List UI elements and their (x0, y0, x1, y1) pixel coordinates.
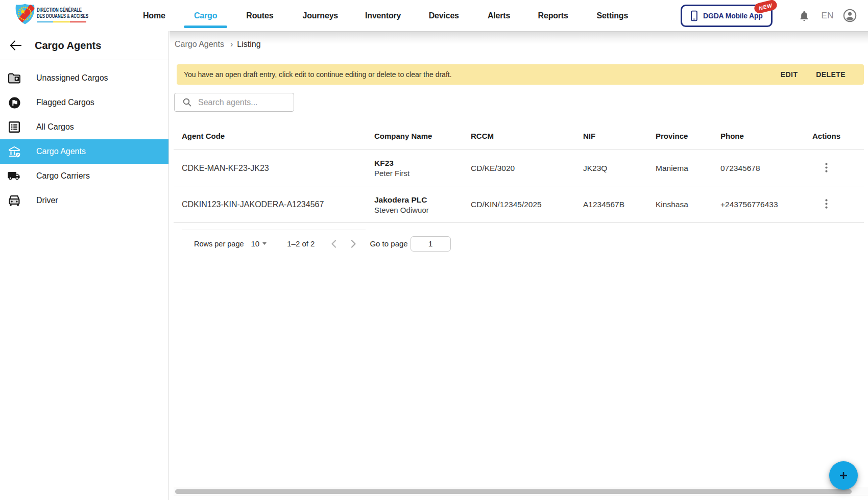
nav-item-alerts[interactable]: Alerts (488, 0, 510, 31)
plus-icon (840, 472, 847, 479)
row-actions-menu-icon[interactable] (822, 160, 831, 177)
cell-nif: JK23Q (575, 149, 647, 187)
next-page-icon[interactable] (348, 237, 359, 251)
column-header-phone: Phone (712, 122, 789, 149)
column-header-province: Province (647, 122, 712, 149)
sidebar-item-all-cargos[interactable]: All Cargos (0, 115, 168, 139)
table-header-row: Agent Code Company Name RCCM NIF Provinc… (174, 122, 864, 149)
nav-item-inventory[interactable]: Inventory (365, 0, 401, 31)
company-name: Jakodera PLC (374, 194, 463, 205)
nav-item-routes[interactable]: Routes (246, 0, 273, 31)
search-input[interactable] (198, 98, 288, 107)
row-actions-menu-icon[interactable] (822, 196, 831, 213)
go-to-page-input[interactable] (411, 236, 451, 252)
list-box-icon (8, 121, 21, 133)
top-navigation-bar: DIRECTION GÉNÉRALE DES DOUANES & ACCISES… (0, 0, 868, 31)
nav-item-journeys[interactable]: Journeys (303, 0, 339, 31)
column-header-nif: NIF (575, 122, 647, 149)
cell-nif: A1234567B (575, 187, 647, 222)
horizontal-scrollbar-track[interactable] (174, 487, 868, 495)
language-selector[interactable]: EN (821, 11, 834, 21)
rows-per-page-label: Rows per page (194, 240, 244, 248)
add-agent-fab[interactable] (829, 461, 858, 490)
sidebar-item-cargo-agents[interactable]: Cargo Agents (0, 139, 168, 164)
cell-agent-code: CDKE-MAN-KF23-JK23 (174, 149, 366, 187)
sidebar-item-label: Driver (36, 196, 58, 205)
cell-phone: 072345678 (712, 149, 789, 187)
cell-company: Jakodera PLC Steven Odiwuor (366, 187, 463, 222)
cell-actions (789, 149, 864, 187)
rows-per-page-select[interactable]: 10 (251, 239, 267, 248)
pagination-range: 1–2 of 2 (287, 239, 315, 248)
smartphone-icon (691, 10, 697, 21)
caret-down-icon (262, 242, 267, 245)
account-avatar-icon[interactable] (843, 9, 857, 22)
sidebar-item-driver[interactable]: Driver (0, 188, 168, 213)
pagination-bar: Rows per page 10 1–2 of 2 Go to page (174, 230, 864, 258)
nav-item-home[interactable]: Home (143, 0, 165, 31)
draft-warning-banner: You have an open draft entry, click edit… (177, 64, 864, 85)
sidebar-item-label: Flagged Cargos (36, 98, 94, 107)
draft-warning-message: You have an open draft entry, click edit… (184, 70, 452, 79)
edit-draft-button[interactable]: EDIT (778, 68, 801, 81)
sidebar-item-flagged-cargos[interactable]: Flagged Cargos (0, 90, 168, 115)
previous-page-icon[interactable] (328, 237, 340, 251)
breadcrumb-current: Listing (237, 40, 260, 49)
cell-rccm: CD/KIN/12345/2025 (463, 187, 575, 222)
search-icon (183, 98, 191, 107)
table-row[interactable]: CDKE-MAN-KF23-JK23 KF23 Peter First CD/K… (174, 149, 864, 187)
nav-item-reports[interactable]: Reports (538, 0, 568, 31)
dgda-mobile-app-button[interactable]: DGDA Mobile App NEW (681, 5, 773, 27)
topbar-right-controls: DGDA Mobile App NEW EN (681, 0, 857, 31)
cell-province: Maniema (647, 149, 712, 187)
flag-circle-icon (8, 96, 21, 109)
main-content: Cargo Agents › Listing You have an open … (170, 31, 868, 500)
contact-person: Peter First (374, 168, 463, 179)
car-icon (8, 195, 21, 206)
cell-province: Kinshasa (647, 187, 712, 222)
table-row[interactable]: CDKIN123-KIN-JAKODERA-A1234567 Jakodera … (174, 187, 864, 222)
sidebar-item-label: Cargo Agents (36, 147, 86, 156)
folder-plus-icon (8, 73, 21, 84)
rows-per-page-value: 10 (251, 239, 260, 248)
column-header-agent-code: Agent Code (174, 122, 366, 149)
sidebar-header: Cargo Agents (0, 31, 168, 60)
agents-table: Agent Code Company Name RCCM NIF Provinc… (174, 122, 864, 223)
horizontal-scrollbar-thumb[interactable] (175, 489, 852, 494)
sidebar-menu: Unassigned Cargos Flagged Cargos (0, 60, 168, 213)
cell-phone: +243756776433 (712, 187, 789, 222)
nav-item-devices[interactable]: Devices (429, 0, 459, 31)
column-header-actions: Actions (789, 122, 864, 149)
sidebar-item-cargo-carriers[interactable]: Cargo Carriers (0, 164, 168, 188)
breadcrumb-separator-icon: › (230, 40, 233, 49)
go-to-page-label: Go to page (370, 239, 407, 248)
breadcrumb: Cargo Agents › Listing (174, 31, 864, 49)
company-name: KF23 (374, 158, 463, 168)
sidebar-item-label: Cargo Carriers (36, 171, 90, 181)
contact-person: Steven Odiwuor (374, 205, 463, 215)
cell-rccm: CD/KE/3020 (463, 149, 575, 187)
column-header-company-name: Company Name (366, 122, 463, 149)
notifications-bell-icon[interactable] (799, 10, 809, 22)
column-header-rccm: RCCM (463, 122, 575, 149)
nav-item-settings[interactable]: Settings (597, 0, 629, 31)
breadcrumb-section[interactable]: Cargo Agents (175, 40, 224, 49)
truck-icon (8, 171, 21, 181)
back-arrow-icon[interactable] (10, 40, 21, 51)
sidebar-item-label: Unassigned Cargos (36, 73, 108, 83)
sidebar-item-label: All Cargos (36, 122, 74, 132)
nav-item-cargo[interactable]: Cargo (194, 0, 217, 31)
sidebar: Cargo Agents Unassigned Cargos Flagged C… (0, 31, 169, 500)
delete-draft-button[interactable]: DELETE (813, 68, 849, 81)
cell-agent-code: CDKIN123-KIN-JAKODERA-A1234567 (174, 187, 366, 222)
sidebar-item-unassigned-cargos[interactable]: Unassigned Cargos (0, 66, 168, 90)
search-box (174, 93, 294, 112)
mobile-app-label: DGDA Mobile App (703, 12, 763, 20)
cell-actions (789, 187, 864, 222)
new-badge: NEW (754, 0, 778, 14)
sidebar-title: Cargo Agents (35, 40, 101, 52)
cell-company: KF23 Peter First (366, 149, 463, 187)
bank-shield-icon (8, 145, 21, 159)
